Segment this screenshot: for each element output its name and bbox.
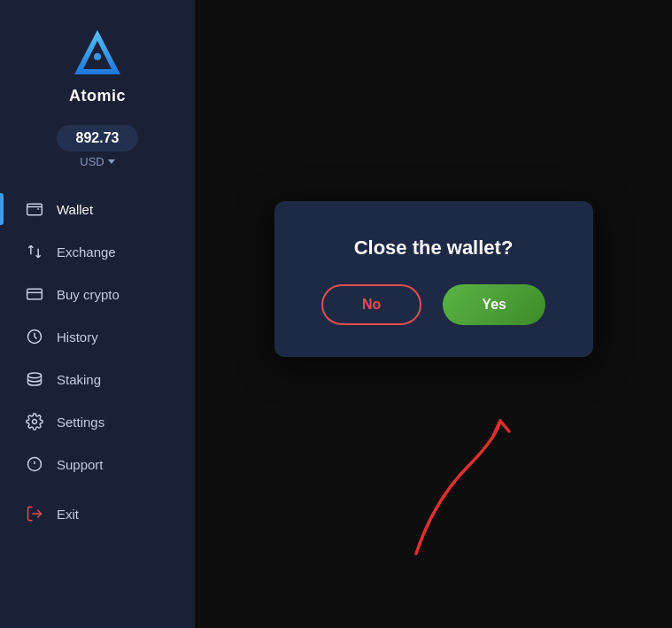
no-button[interactable]: No	[321, 284, 421, 325]
sidebar-item-label: Wallet	[57, 202, 93, 217]
logo-container: Atomic	[69, 25, 126, 105]
sidebar-item-exchange[interactable]: Exchange	[0, 230, 195, 273]
app-name: Atomic	[69, 87, 126, 105]
staking-icon	[25, 369, 44, 389]
sidebar-item-history[interactable]: History	[0, 315, 195, 358]
exchange-icon	[25, 242, 44, 261]
balance-display: 892.73	[57, 125, 139, 151]
support-icon	[25, 454, 44, 474]
sidebar-item-label: Exchange	[57, 244, 116, 260]
app-logo	[69, 25, 126, 81]
svg-rect-2	[27, 289, 42, 299]
sidebar-item-label: History	[57, 330, 98, 345]
sidebar-item-support[interactable]: Support	[0, 443, 195, 485]
buy-crypto-icon	[25, 284, 44, 304]
nav-list: Wallet Exchange Buy crypto History	[0, 188, 195, 535]
history-icon	[25, 327, 44, 346]
sidebar-item-label: Buy crypto	[57, 287, 120, 302]
svg-point-7	[35, 467, 35, 468]
svg-point-5	[33, 420, 37, 424]
sidebar-item-label: Staking	[57, 372, 101, 387]
exit-icon	[25, 504, 44, 523]
svg-point-0	[94, 53, 101, 60]
main-content: Close the wallet? No Yes	[195, 0, 672, 628]
wallet-icon	[25, 199, 44, 219]
dialog-overlay: Close the wallet? No Yes	[195, 0, 672, 628]
dialog-buttons: No Yes	[306, 284, 561, 325]
sidebar-item-label: Settings	[57, 415, 104, 430]
sidebar-item-staking[interactable]: Staking	[0, 358, 195, 400]
yes-button[interactable]: Yes	[443, 284, 545, 325]
close-wallet-dialog: Close the wallet? No Yes	[274, 201, 593, 357]
sidebar-item-buy-crypto[interactable]: Buy crypto	[0, 273, 195, 315]
currency-label: USD	[80, 155, 104, 168]
sidebar-item-exit[interactable]: Exit	[0, 492, 195, 535]
sidebar: Atomic 892.73 USD Wallet Exchange Buy cr…	[0, 0, 195, 628]
svg-point-4	[28, 373, 42, 378]
currency-selector[interactable]: USD	[80, 155, 114, 168]
svg-rect-1	[27, 204, 42, 215]
sidebar-item-settings[interactable]: Settings	[0, 400, 195, 443]
settings-icon	[25, 412, 44, 431]
sidebar-item-wallet[interactable]: Wallet	[0, 188, 195, 230]
dialog-title: Close the wallet?	[354, 236, 514, 260]
sidebar-item-label: Exit	[57, 507, 79, 522]
sidebar-item-label: Support	[57, 457, 104, 472]
chevron-down-icon	[108, 159, 115, 164]
